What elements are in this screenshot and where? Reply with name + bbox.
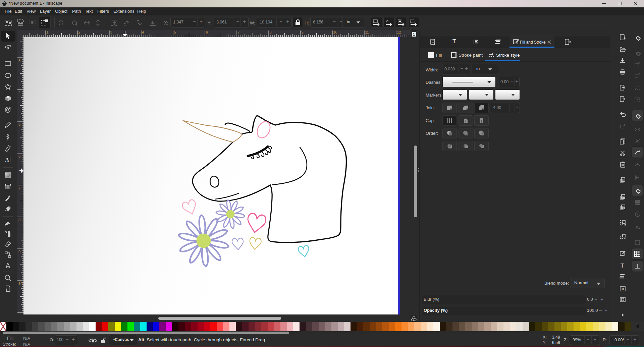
svg-text:6: 6 (206, 30, 208, 34)
svg-text:4: 4 (142, 30, 144, 34)
svg-text:4: 4 (18, 91, 20, 95)
svg-text:5: 5 (18, 122, 20, 126)
svg-text:3: 3 (110, 30, 112, 34)
svg-text:A: A (635, 224, 639, 230)
svg-text:6: 6 (18, 154, 20, 158)
svg-text:10: 10 (333, 30, 337, 34)
svg-text:2: 2 (78, 30, 80, 34)
svg-text:1: 1 (47, 30, 49, 34)
svg-text:8: 8 (270, 30, 272, 34)
svg-text:3: 3 (18, 59, 20, 63)
svg-text:7: 7 (238, 30, 240, 34)
svg-text:A: A (5, 157, 9, 163)
svg-text:5: 5 (174, 30, 176, 34)
svg-text:8: 8 (18, 218, 20, 222)
svg-text:9: 9 (302, 30, 304, 34)
svg-text:<>: <> (621, 288, 625, 291)
svg-text:9: 9 (18, 250, 20, 254)
svg-text:12: 12 (397, 30, 401, 34)
svg-text:10: 10 (18, 282, 22, 286)
svg-text:7: 7 (18, 186, 20, 190)
svg-text:11: 11 (365, 30, 369, 34)
